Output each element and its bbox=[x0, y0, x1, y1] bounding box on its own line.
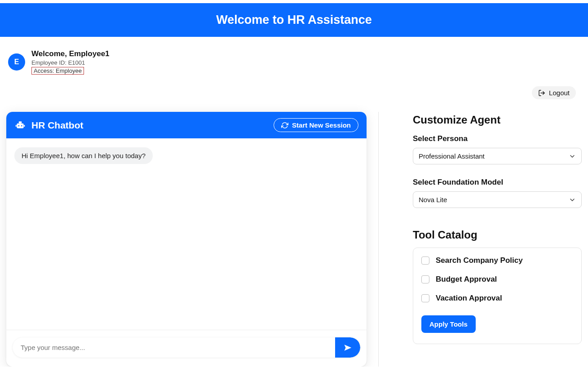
employee-id: Employee ID: E1001 bbox=[31, 59, 110, 66]
tool-label: Budget Approval bbox=[436, 275, 497, 284]
page-banner: Welcome to HR Assistance bbox=[0, 3, 588, 37]
start-new-session-button[interactable]: Start New Session bbox=[274, 118, 358, 132]
send-button[interactable] bbox=[335, 337, 360, 358]
chat-header: HR Chatbot Start New Session bbox=[6, 112, 367, 138]
persona-label: Select Persona bbox=[413, 134, 582, 143]
robot-icon bbox=[14, 119, 26, 131]
tool-card: Search Company Policy Budget Approval Va… bbox=[413, 248, 582, 344]
chevron-down-icon bbox=[569, 196, 576, 203]
tool-checkbox[interactable] bbox=[421, 257, 429, 265]
tool-catalog-heading: Tool Catalog bbox=[413, 229, 582, 241]
svg-rect-5 bbox=[16, 124, 17, 126]
chat-card: HR Chatbot Start New Session Hi E bbox=[6, 112, 367, 367]
refresh-icon bbox=[281, 122, 288, 129]
send-icon bbox=[344, 344, 352, 352]
logout-icon bbox=[538, 89, 545, 97]
access-badge: Access: Employee bbox=[31, 67, 84, 75]
user-strip: E Welcome, Employee1 Employee ID: E1001 … bbox=[0, 37, 588, 104]
divider bbox=[367, 112, 390, 367]
svg-rect-1 bbox=[17, 123, 23, 128]
tool-label: Search Company Policy bbox=[436, 256, 523, 265]
model-select[interactable]: Nova Lite bbox=[413, 191, 582, 208]
svg-point-3 bbox=[18, 125, 19, 126]
logout-button[interactable]: Logout bbox=[532, 86, 576, 99]
logout-label: Logout bbox=[549, 89, 570, 97]
banner-title: Welcome to HR Assistance bbox=[216, 13, 372, 27]
svg-rect-6 bbox=[24, 124, 25, 126]
svg-rect-2 bbox=[19, 121, 22, 123]
chat-input-pill bbox=[13, 337, 360, 358]
chevron-down-icon bbox=[569, 153, 576, 160]
tool-item-budget-approval: Budget Approval bbox=[421, 275, 573, 284]
start-new-session-label: Start New Session bbox=[292, 121, 351, 129]
persona-select[interactable]: Professional Assistant bbox=[413, 148, 582, 164]
avatar: E bbox=[8, 53, 25, 71]
model-value: Nova Lite bbox=[419, 196, 447, 203]
tool-checkbox[interactable] bbox=[421, 275, 429, 283]
chat-body: Hi Employee1, how can I help you today? bbox=[6, 138, 367, 330]
tool-item-vacation-approval: Vacation Approval bbox=[421, 294, 573, 303]
model-label: Select Foundation Model bbox=[413, 178, 582, 187]
tool-label: Vacation Approval bbox=[436, 294, 502, 303]
tool-item-search-company-policy: Search Company Policy bbox=[421, 256, 573, 265]
tool-checkbox[interactable] bbox=[421, 294, 429, 302]
customize-heading: Customize Agent bbox=[413, 114, 582, 126]
chat-title: HR Chatbot bbox=[31, 120, 83, 131]
avatar-letter: E bbox=[14, 58, 19, 66]
persona-value: Professional Assistant bbox=[419, 152, 485, 160]
svg-point-4 bbox=[21, 125, 22, 126]
apply-tools-button[interactable]: Apply Tools bbox=[421, 315, 476, 333]
welcome-text: Welcome, Employee1 bbox=[31, 49, 110, 58]
bot-message: Hi Employee1, how can I help you today? bbox=[14, 147, 153, 164]
chat-input[interactable] bbox=[13, 337, 335, 358]
apply-tools-label: Apply Tools bbox=[429, 320, 468, 328]
